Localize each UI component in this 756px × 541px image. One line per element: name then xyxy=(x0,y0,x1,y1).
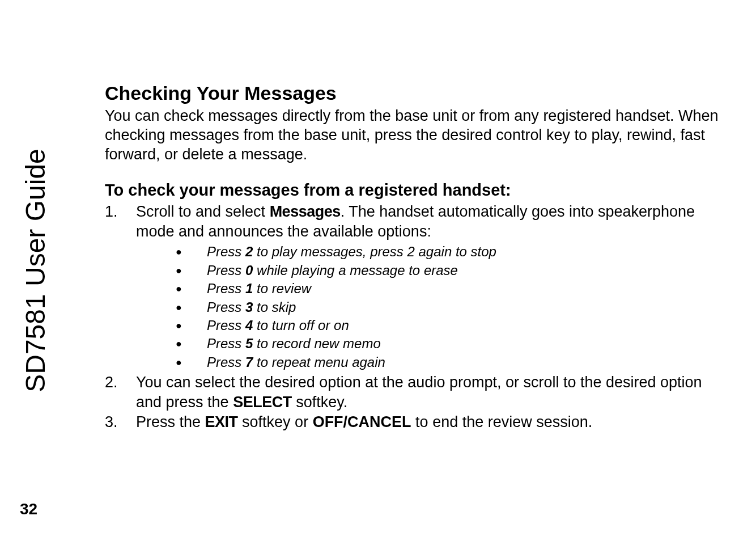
step-text-prefix: You can select the desired option at the… xyxy=(136,374,702,411)
page-content: Checking Your Messages You can check mes… xyxy=(105,82,722,432)
step-3: 3. Press the EXIT softkey or OFF/CANCEL … xyxy=(105,412,722,432)
options-bullets: ● Press 2 to play messages, press 2 agai… xyxy=(176,243,722,371)
step-text-prefix: Press the xyxy=(136,413,205,430)
intro-paragraph: You can check messages directly from the… xyxy=(105,107,722,164)
page-number: 32 xyxy=(20,500,37,518)
bullet-icon: ● xyxy=(176,298,207,316)
step-1: 1. Scroll to and select Messages. The ha… xyxy=(105,202,722,373)
step-text-suffix: to end the review session. xyxy=(411,413,593,430)
bullet-text: Press 7 to repeat menu again xyxy=(207,353,722,371)
steps-list: 1. Scroll to and select Messages. The ha… xyxy=(105,202,722,432)
menu-word-exit: EXIT xyxy=(205,413,238,430)
bullet-text: Press 5 to record new memo xyxy=(207,335,722,353)
bullet-icon: ● xyxy=(176,261,207,280)
step-body: You can select the desired option at the… xyxy=(136,373,722,412)
menu-word-select: SELECT xyxy=(233,394,292,411)
step-text-mid: softkey or xyxy=(238,413,313,430)
bullet-text: Press 2 to play messages, press 2 again … xyxy=(207,243,722,261)
bullet-icon: ● xyxy=(176,353,207,371)
section-title: Checking Your Messages xyxy=(105,82,722,104)
bullet-text: Press 4 to turn off or on xyxy=(207,316,722,335)
step-number: 1. xyxy=(105,202,136,373)
bullet-icon: ● xyxy=(176,243,207,261)
bullet-press-3: ● Press 3 to skip xyxy=(176,298,722,316)
step-text-prefix: Scroll to and select xyxy=(136,203,270,220)
step-number: 3. xyxy=(105,412,136,432)
step-body: Scroll to and select Messages. The hands… xyxy=(136,202,722,373)
step-number: 2. xyxy=(105,373,136,412)
bullet-press-4: ● Press 4 to turn off or on xyxy=(176,316,722,335)
bullet-text: Press 3 to skip xyxy=(207,298,722,316)
bullet-icon: ● xyxy=(176,316,207,335)
step-2: 2. You can select the desired option at … xyxy=(105,373,722,412)
bullet-text: Press 0 while playing a message to erase xyxy=(207,261,722,280)
key-label-off-cancel: OFF/CANCEL xyxy=(313,413,411,430)
bullet-text: Press 1 to review xyxy=(207,280,722,298)
bullet-press-2: ● Press 2 to play messages, press 2 agai… xyxy=(176,243,722,261)
side-label-guide-title: SD7581 User Guide xyxy=(20,149,51,392)
subsection-title: To check your messages from a registered… xyxy=(105,181,722,200)
bullet-press-1: ● Press 1 to review xyxy=(176,280,722,298)
bullet-icon: ● xyxy=(176,335,207,353)
bullet-press-0: ● Press 0 while playing a message to era… xyxy=(176,261,722,280)
bullet-press-7: ● Press 7 to repeat menu again xyxy=(176,353,722,371)
bullet-icon: ● xyxy=(176,280,207,298)
step-text-suffix: softkey. xyxy=(292,394,348,411)
step-body: Press the EXIT softkey or OFF/CANCEL to … xyxy=(136,412,722,432)
menu-word-messages: Messages xyxy=(270,203,341,220)
bullet-press-5: ● Press 5 to record new memo xyxy=(176,335,722,353)
